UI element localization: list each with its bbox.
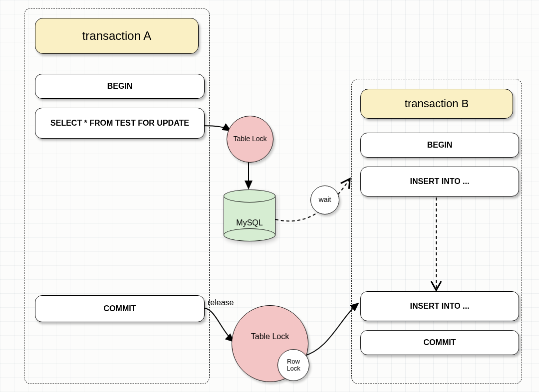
- table-lock-1-text: Table Lock: [234, 135, 267, 143]
- step-a-begin: BEGIN: [35, 74, 205, 99]
- transaction-b-title: transaction B: [360, 89, 513, 119]
- step-a-select: SELECT * FROM TEST FOR UPDATE: [35, 108, 205, 139]
- row-lock-text: Row Lock: [286, 358, 300, 373]
- step-b-insert2: INSERT INTO ...: [360, 291, 519, 321]
- step-b-insert1: INSERT INTO ...: [360, 167, 519, 196]
- transaction-b-title-text: transaction B: [405, 97, 469, 110]
- step-b-commit-text: COMMIT: [424, 338, 456, 347]
- table-lock-2-text: Table Lock: [251, 332, 289, 341]
- transaction-a-panel: [24, 8, 210, 384]
- transaction-a-title: transaction A: [35, 18, 199, 54]
- step-b-commit: COMMIT: [360, 330, 519, 355]
- step-b-begin-text: BEGIN: [427, 141, 453, 150]
- mysql-db: MySQL: [224, 190, 275, 241]
- step-a-commit: COMMIT: [35, 295, 205, 322]
- step-a-commit-text: COMMIT: [104, 304, 136, 313]
- step-a-begin-text: BEGIN: [107, 82, 133, 91]
- diagram-canvas: transaction A BEGIN SELECT * FROM TEST F…: [0, 0, 539, 392]
- transaction-a-title-text: transaction A: [82, 29, 152, 43]
- release-label: release: [208, 298, 234, 307]
- wait-circle-text: wait: [319, 196, 331, 203]
- row-lock: Row Lock: [277, 349, 309, 381]
- table-lock-1: Table Lock: [227, 116, 273, 163]
- step-b-begin: BEGIN: [360, 133, 519, 158]
- step-b-insert1-text: INSERT INTO ...: [410, 177, 470, 186]
- step-a-select-text: SELECT * FROM TEST FOR UPDATE: [50, 119, 189, 128]
- mysql-db-label: MySQL: [224, 218, 275, 227]
- wait-circle: wait: [310, 186, 339, 214]
- step-b-insert2-text: INSERT INTO ...: [410, 302, 470, 311]
